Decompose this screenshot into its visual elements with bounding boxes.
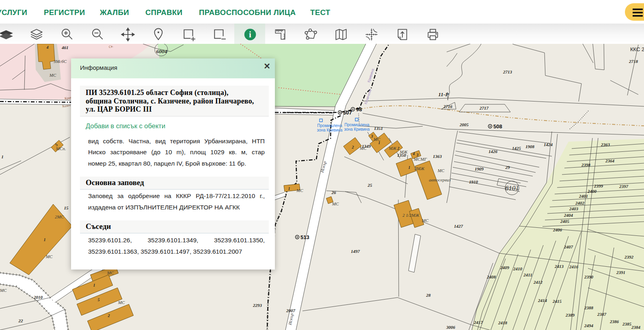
- svg-text:2417: 2417: [473, 320, 483, 325]
- svg-text:МС: МС: [332, 201, 339, 206]
- svg-text:29: 29: [505, 165, 510, 170]
- svg-text:1350: 1350: [397, 153, 406, 157]
- svg-text:2: 2: [108, 313, 110, 318]
- svg-text:1424: 1424: [544, 142, 553, 147]
- svg-text:2389: 2389: [565, 313, 575, 317]
- svg-text:2391: 2391: [616, 270, 625, 275]
- svg-text:2413: 2413: [554, 264, 564, 269]
- svg-text:2402: 2402: [575, 201, 585, 205]
- svg-text:28: 28: [426, 293, 431, 298]
- svg-text:2717: 2717: [479, 106, 489, 110]
- svg-text:15: 15: [64, 205, 69, 210]
- svg-text:МС: МС: [0, 288, 7, 293]
- svg-text:4: 4: [413, 151, 415, 156]
- svg-text:МС: МС: [373, 137, 380, 142]
- svg-text:2408: 2408: [486, 274, 496, 279]
- svg-text:2005: 2005: [459, 122, 469, 127]
- svg-text:ККС 2: ККС 2: [630, 46, 644, 52]
- svg-text:2410: 2410: [513, 266, 523, 271]
- svg-text:1497: 1497: [351, 249, 360, 254]
- svg-text:МС: МС: [296, 188, 303, 193]
- svg-text:МС: МС: [421, 218, 429, 223]
- svg-text:2388: 2388: [584, 305, 594, 310]
- svg-text:2409: 2409: [500, 265, 510, 270]
- svg-text:5: 5: [98, 298, 100, 302]
- svg-text:2716: 2716: [443, 104, 453, 109]
- svg-text:4: 4: [46, 45, 49, 50]
- svg-text:2363: 2363: [601, 142, 610, 147]
- svg-text:513: 513: [300, 234, 309, 240]
- svg-text:2397: 2397: [619, 184, 629, 189]
- svg-text:25: 25: [367, 183, 373, 188]
- svg-text:2415: 2415: [552, 299, 562, 304]
- svg-text:2007: 2007: [286, 308, 296, 313]
- svg-text:2385: 2385: [622, 321, 632, 326]
- svg-text:6004: 6004: [156, 48, 167, 54]
- svg-text:МС: МС: [45, 254, 53, 259]
- svg-text:1910: 1910: [469, 179, 478, 184]
- svg-text:2494: 2494: [584, 323, 594, 328]
- svg-text:2404: 2404: [564, 213, 573, 218]
- svg-text:1351: 1351: [374, 126, 383, 131]
- svg-text:2713: 2713: [503, 69, 512, 74]
- svg-text:2401: 2401: [579, 194, 588, 198]
- svg-text:98: 98: [356, 106, 362, 112]
- svg-text:2398: 2398: [581, 162, 591, 167]
- svg-text:2718: 2718: [629, 59, 638, 64]
- svg-text:2405: 2405: [560, 219, 570, 224]
- svg-text:i: i: [249, 30, 251, 39]
- svg-text:22: 22: [18, 318, 24, 323]
- svg-text:2364: 2364: [605, 158, 615, 163]
- svg-text:461: 461: [61, 45, 69, 50]
- svg-text:1908: 1908: [525, 144, 535, 149]
- svg-text:2384: 2384: [631, 325, 641, 330]
- svg-text:507: 507: [343, 110, 352, 116]
- svg-text:508: 508: [493, 123, 502, 129]
- svg-text:МС: МС: [107, 270, 114, 275]
- svg-text:Промишлена: Промишлена: [344, 123, 370, 127]
- svg-text:1363: 1363: [433, 154, 442, 159]
- svg-text:2 1/2МЖ: 2 1/2МЖ: [402, 213, 419, 218]
- svg-text:1427: 1427: [454, 224, 463, 229]
- svg-text:1909: 1909: [475, 166, 484, 171]
- svg-text:2412: 2412: [533, 280, 543, 285]
- svg-text:2411: 2411: [523, 272, 532, 277]
- svg-text:2414: 2414: [538, 298, 547, 303]
- svg-text:Промишлена: Промишлена: [317, 123, 342, 128]
- svg-text:1: 1: [93, 283, 95, 287]
- svg-text:1425: 1425: [512, 146, 521, 151]
- svg-text:2399: 2399: [594, 183, 603, 188]
- svg-text:2406: 2406: [553, 227, 562, 232]
- svg-text:3006: 3006: [446, 325, 456, 330]
- svg-text:1: 1: [408, 165, 411, 170]
- svg-text:1: 1: [1, 154, 4, 159]
- svg-text:2: 2: [397, 146, 400, 151]
- svg-text:26: 26: [331, 190, 337, 195]
- svg-text:2418: 2418: [498, 320, 508, 325]
- svg-text:2293: 2293: [253, 303, 262, 308]
- svg-text:2010: 2010: [33, 295, 43, 300]
- svg-text:3: 3: [371, 134, 373, 138]
- svg-text:зона Кривина: зона Кривина: [344, 127, 370, 132]
- svg-text:6101: 6101: [505, 184, 519, 192]
- svg-text:2МС: 2МС: [55, 214, 64, 219]
- svg-text:2407: 2407: [564, 244, 573, 249]
- svg-text:2387: 2387: [597, 312, 607, 317]
- svg-text:МС: МС: [49, 73, 56, 78]
- svg-text:1349: 1349: [362, 144, 371, 149]
- svg-text:автосервиз: автосервиз: [429, 177, 450, 182]
- svg-text:МС: МС: [437, 168, 445, 173]
- svg-text:1: 1: [288, 186, 290, 191]
- svg-text:2403: 2403: [569, 206, 579, 211]
- svg-text:МСМГ: МСМГ: [413, 157, 427, 162]
- svg-text:2416: 2416: [569, 264, 579, 269]
- svg-text:МСп.: МСп.: [56, 146, 66, 151]
- svg-text:2: 2: [352, 145, 354, 149]
- svg-text:2МЖ: 2МЖ: [415, 166, 425, 171]
- svg-text:ЗМсбС: ЗМсбС: [54, 59, 67, 64]
- svg-text:1: 1: [44, 237, 46, 242]
- svg-text:МС: МС: [118, 300, 125, 305]
- svg-text:зона Кривина: зона Кривина: [317, 128, 343, 132]
- svg-text:2400: 2400: [587, 189, 597, 194]
- svg-text:2386: 2386: [609, 319, 619, 324]
